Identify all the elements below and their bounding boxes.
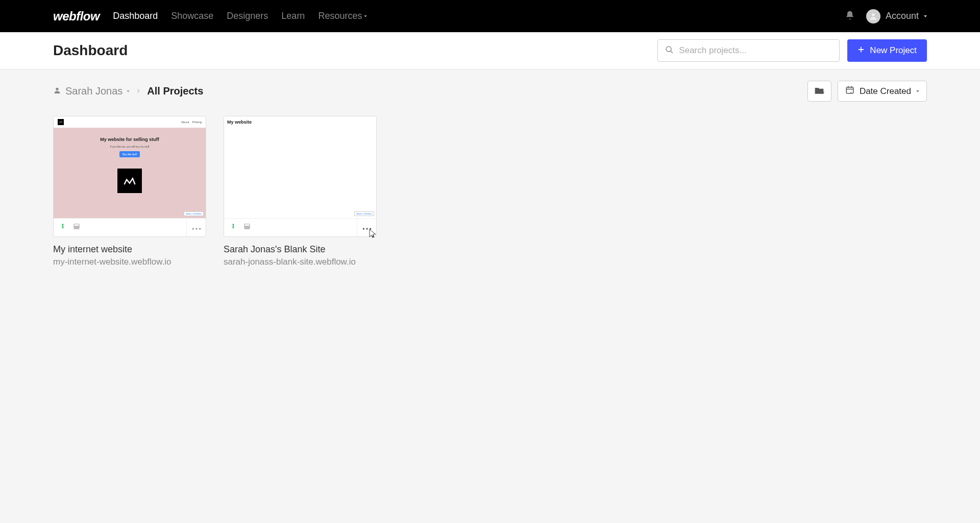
thumb-body: My website for selling stuff If you like… — [54, 128, 206, 193]
svg-point-12 — [195, 228, 197, 229]
top-nav-right: Account — [845, 9, 927, 23]
project-name: My internet website — [53, 244, 206, 255]
project-name: Sarah Jonas's Blank Site — [224, 244, 377, 255]
header-actions: New Project — [657, 39, 927, 62]
bell-icon[interactable] — [845, 10, 855, 22]
more-horizontal-icon — [362, 223, 372, 232]
thumb-mini-header: About Pricing — [54, 116, 206, 128]
thumb-mini-logo — [58, 119, 64, 125]
project-thumbnail-frame: My website Made in Webflow — [224, 116, 377, 237]
svg-point-1 — [666, 46, 671, 52]
ecommerce-icon — [242, 223, 252, 233]
breadcrumb: Sarah Jonas All Projects — [53, 85, 203, 97]
person-icon — [53, 85, 61, 97]
toolbar: Sarah Jonas All Projects + Date Created — [0, 69, 980, 102]
avatar — [866, 9, 880, 23]
chevron-down-icon — [916, 90, 919, 92]
thumb-nav-item: About — [181, 121, 189, 124]
thumb-title: My website for selling stuff — [100, 137, 159, 142]
sort-label: Date Created — [860, 86, 911, 97]
thumb-title: My website — [227, 120, 252, 125]
logo[interactable]: webflow — [53, 9, 100, 23]
svg-point-5 — [56, 88, 58, 90]
publish-status-icon — [59, 223, 67, 233]
project-more-button[interactable] — [186, 219, 206, 236]
nav-designers[interactable]: Designers — [227, 11, 268, 21]
svg-line-2 — [671, 51, 673, 53]
svg-point-16 — [370, 228, 371, 229]
nav-dashboard[interactable]: Dashboard — [113, 11, 158, 21]
project-thumbnail-frame: About Pricing My website for selling stu… — [53, 116, 206, 237]
project-status-icons — [229, 223, 252, 233]
new-folder-button[interactable]: + — [807, 81, 831, 102]
thumb-logo-big — [117, 169, 142, 193]
top-nav: webflow Dashboard Showcase Designers Lea… — [0, 0, 980, 32]
nav-resources[interactable]: Resources — [318, 11, 367, 21]
search-box[interactable] — [657, 39, 840, 62]
page-title: Dashboard — [53, 42, 128, 59]
thumb-mini-nav: About Pricing — [181, 121, 202, 124]
made-in-badge: Made in Webflow — [184, 211, 204, 216]
publish-status-icon — [229, 223, 237, 233]
ecommerce-icon — [72, 223, 81, 233]
thumb-cta: Buy the stuff — [119, 151, 140, 157]
new-project-button[interactable]: New Project — [847, 39, 927, 62]
project-url: sarah-jonass-blank-site.webflow.io — [224, 257, 377, 267]
chevron-down-icon — [364, 15, 367, 17]
svg-point-15 — [366, 228, 368, 229]
svg-point-13 — [199, 228, 201, 229]
folder-plus-icon: + — [814, 86, 824, 97]
project-card[interactable]: My website Made in Webflow — [224, 116, 377, 267]
svg-point-0 — [872, 13, 875, 16]
workspace-selector[interactable]: Sarah Jonas — [53, 85, 130, 97]
nav-learn[interactable]: Learn — [281, 11, 305, 21]
search-icon — [665, 45, 674, 56]
project-card-footer — [54, 218, 206, 236]
svg-point-11 — [192, 228, 193, 229]
thumb-nav-item: Pricing — [192, 121, 202, 124]
workspace-name: Sarah Jonas — [65, 85, 122, 97]
search-input[interactable] — [679, 45, 832, 56]
nav-showcase[interactable]: Showcase — [171, 11, 213, 21]
sort-selector[interactable]: Date Created — [838, 81, 927, 102]
nav-links: Dashboard Showcase Designers Learn Resou… — [113, 11, 367, 21]
account-menu[interactable]: Account — [866, 9, 927, 23]
top-nav-left: webflow Dashboard Showcase Designers Lea… — [53, 9, 367, 23]
project-more-button[interactable] — [357, 219, 376, 236]
project-card-footer — [224, 218, 376, 236]
plus-icon — [857, 45, 865, 56]
made-in-badge: Made in Webflow — [354, 211, 374, 216]
breadcrumb-current: All Projects — [147, 85, 203, 97]
chevron-down-icon — [127, 90, 130, 92]
page-header: Dashboard New Project — [0, 32, 980, 69]
svg-rect-7 — [846, 87, 853, 93]
project-url: my-internet-website.webflow.io — [53, 257, 206, 267]
chevron-right-icon — [136, 85, 141, 97]
new-project-label: New Project — [870, 45, 917, 56]
chevron-down-icon — [924, 15, 927, 17]
nav-resources-label: Resources — [318, 11, 362, 21]
thumb-subtitle: If you like me, you will buy my stuff — [110, 145, 150, 148]
project-card[interactable]: About Pricing My website for selling stu… — [53, 116, 206, 267]
account-label: Account — [886, 11, 919, 21]
toolbar-right: + Date Created — [807, 81, 927, 102]
svg-point-14 — [362, 228, 364, 229]
project-thumbnail[interactable]: About Pricing My website for selling stu… — [54, 116, 206, 218]
projects-grid: About Pricing My website for selling stu… — [0, 102, 980, 281]
more-horizontal-icon — [191, 223, 202, 232]
svg-text:+: + — [822, 90, 824, 95]
project-status-icons — [59, 223, 81, 233]
project-thumbnail[interactable]: My website Made in Webflow — [224, 116, 376, 218]
calendar-icon — [845, 85, 854, 97]
